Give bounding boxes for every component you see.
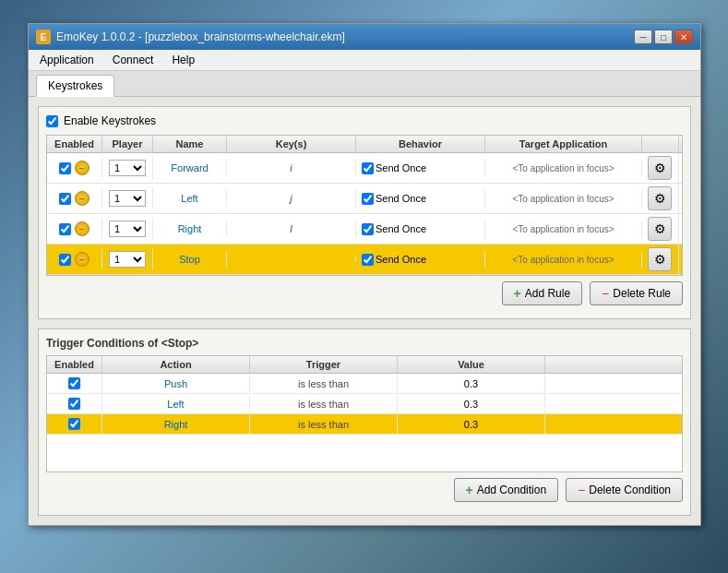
trigger-row-push: Push is less than 0.3 bbox=[47, 374, 682, 394]
row4-sendonce-label: Send Once bbox=[376, 254, 426, 265]
row2-gear-button[interactable]: ⚙ bbox=[648, 186, 672, 210]
main-content: Enable Keystrokes Enabled Player Name Ke… bbox=[29, 97, 700, 525]
row4-player-select[interactable]: 12 bbox=[109, 251, 146, 268]
row4-behavior-check: Send Once bbox=[362, 254, 426, 266]
trow2-checkbox[interactable] bbox=[68, 398, 80, 410]
tcol-trigger: Trigger bbox=[250, 356, 398, 373]
app-icon-text: E bbox=[41, 32, 47, 42]
row1-gear-button[interactable]: ⚙ bbox=[648, 156, 672, 180]
col-action bbox=[642, 136, 679, 152]
add-condition-label: Add Condition bbox=[477, 483, 546, 496]
trow3-enabled bbox=[47, 414, 102, 434]
tcol-action: Action bbox=[102, 356, 250, 373]
condition-buttons: + Add Condition − Delete Condition bbox=[46, 478, 683, 502]
row1-behavior-check: Send Once bbox=[362, 162, 426, 174]
enable-keystrokes-checkbox[interactable] bbox=[46, 115, 58, 127]
tcol-enabled: Enabled bbox=[47, 356, 102, 373]
row4-checkbox[interactable] bbox=[59, 254, 71, 266]
add-rule-icon: + bbox=[514, 286, 521, 301]
row3-sendonce-label: Send Once bbox=[376, 223, 426, 234]
trow1-checkbox[interactable] bbox=[68, 377, 80, 389]
row4-gear-cell: ⚙ bbox=[642, 245, 679, 274]
row3-minus-icon: − bbox=[75, 221, 90, 236]
delete-rule-button[interactable]: − Delete Rule bbox=[590, 281, 683, 305]
app-icon: E bbox=[36, 30, 51, 44]
row2-player-select[interactable]: 12 bbox=[109, 190, 146, 207]
menubar: Application Connect Help bbox=[29, 50, 700, 71]
trigger-section: Trigger Conditions of <Stop> Enabled Act… bbox=[38, 328, 691, 516]
row3-checkbox[interactable] bbox=[59, 223, 71, 235]
trigger-title: Trigger Conditions of <Stop> bbox=[46, 337, 683, 350]
trow1-enabled bbox=[47, 374, 102, 393]
tab-keystrokes[interactable]: Keystrokes bbox=[36, 75, 114, 97]
row1-sendonce-checkbox[interactable] bbox=[362, 162, 374, 174]
maximize-button[interactable]: □ bbox=[654, 30, 673, 44]
col-behavior: Behavior bbox=[356, 136, 485, 152]
trow1-trigger: is less than bbox=[250, 375, 398, 393]
row2-sendonce-label: Send Once bbox=[376, 193, 426, 204]
row1-keys: i bbox=[227, 160, 356, 176]
trigger-table: Enabled Action Trigger Value Push is les… bbox=[46, 355, 683, 472]
col-player: Player bbox=[102, 136, 153, 152]
trow1-value: 0.3 bbox=[398, 375, 545, 393]
menu-connect[interactable]: Connect bbox=[105, 52, 161, 68]
row2-behavior: Send Once bbox=[356, 190, 485, 208]
row2-target: <To application in focus> bbox=[485, 191, 642, 207]
delete-condition-button[interactable]: − Delete Condition bbox=[566, 478, 683, 502]
delete-condition-icon: − bbox=[578, 483, 585, 497]
row4-sendonce-checkbox[interactable] bbox=[362, 254, 374, 266]
rule-buttons: + Add Rule − Delete Rule bbox=[46, 281, 683, 305]
row2-name[interactable]: Left bbox=[153, 190, 227, 207]
keystrokes-header: Enabled Player Name Key(s) Behavior Targ… bbox=[47, 136, 682, 153]
row3-player: 12 bbox=[102, 218, 153, 240]
trow3-trigger: is less than bbox=[250, 415, 398, 434]
trow3-action: Right bbox=[102, 415, 250, 434]
row2-sendonce-checkbox[interactable] bbox=[362, 193, 374, 205]
trow3-value: 0.3 bbox=[398, 415, 545, 434]
minimize-button[interactable]: ─ bbox=[634, 30, 652, 44]
add-condition-button[interactable]: + Add Condition bbox=[454, 478, 559, 502]
row4-player: 12 bbox=[102, 248, 153, 270]
row1-target: <To application in focus> bbox=[485, 161, 642, 176]
row1-player-select[interactable]: 12 bbox=[109, 160, 146, 176]
tab-bar: Keystrokes bbox=[29, 71, 700, 97]
enable-keystrokes-label: Enable Keystrokes bbox=[64, 114, 156, 127]
add-rule-button[interactable]: + Add Rule bbox=[502, 281, 583, 305]
row1-minus-icon: − bbox=[75, 161, 90, 175]
window-controls: ─ □ ✕ bbox=[634, 30, 693, 44]
row3-player-select[interactable]: 12 bbox=[109, 221, 146, 237]
titlebar: E EmoKey 1.0.0.2 - [puzzlebox_brainstorm… bbox=[29, 24, 700, 50]
row4-keys bbox=[227, 257, 356, 262]
row3-behavior: Send Once bbox=[356, 221, 485, 238]
row1-name[interactable]: Forward bbox=[153, 160, 227, 176]
row3-gear-button[interactable]: ⚙ bbox=[648, 217, 672, 241]
trow1-action: Push bbox=[102, 375, 250, 393]
enable-keystrokes-row: Enable Keystrokes bbox=[46, 114, 683, 127]
trigger-row-left: Left is less than 0.3 bbox=[47, 394, 682, 414]
trow2-trigger: is less than bbox=[250, 395, 398, 413]
keystrokes-table: Enabled Player Name Key(s) Behavior Targ… bbox=[46, 135, 683, 276]
trow2-value: 0.3 bbox=[398, 395, 545, 413]
row2-behavior-check: Send Once bbox=[362, 193, 426, 205]
row2-keys: j bbox=[227, 190, 356, 207]
trow2-enabled bbox=[47, 394, 102, 413]
col-keys: Key(s) bbox=[227, 136, 356, 152]
row4-enabled: − bbox=[47, 249, 102, 269]
trow3-checkbox[interactable] bbox=[68, 418, 80, 430]
delete-rule-label: Delete Rule bbox=[613, 287, 671, 300]
row1-gear-cell: ⚙ bbox=[642, 153, 679, 183]
menu-help[interactable]: Help bbox=[164, 52, 202, 68]
trigger-empty-row bbox=[47, 435, 682, 472]
keystroke-row-forward: − 12 Forward i Send Once bbox=[47, 153, 682, 184]
add-rule-label: Add Rule bbox=[525, 287, 570, 300]
trigger-header: Enabled Action Trigger Value bbox=[47, 356, 682, 374]
row1-checkbox[interactable] bbox=[59, 162, 71, 174]
row4-name[interactable]: Stop bbox=[153, 251, 227, 268]
row3-name[interactable]: Right bbox=[153, 221, 227, 237]
keystroke-row-right: − 12 Right l Send Once bbox=[47, 214, 682, 245]
row2-checkbox[interactable] bbox=[59, 193, 71, 205]
row3-sendonce-checkbox[interactable] bbox=[362, 223, 374, 235]
close-button[interactable]: ✕ bbox=[674, 30, 693, 44]
row4-gear-button[interactable]: ⚙ bbox=[648, 247, 672, 271]
menu-application[interactable]: Application bbox=[32, 52, 101, 68]
